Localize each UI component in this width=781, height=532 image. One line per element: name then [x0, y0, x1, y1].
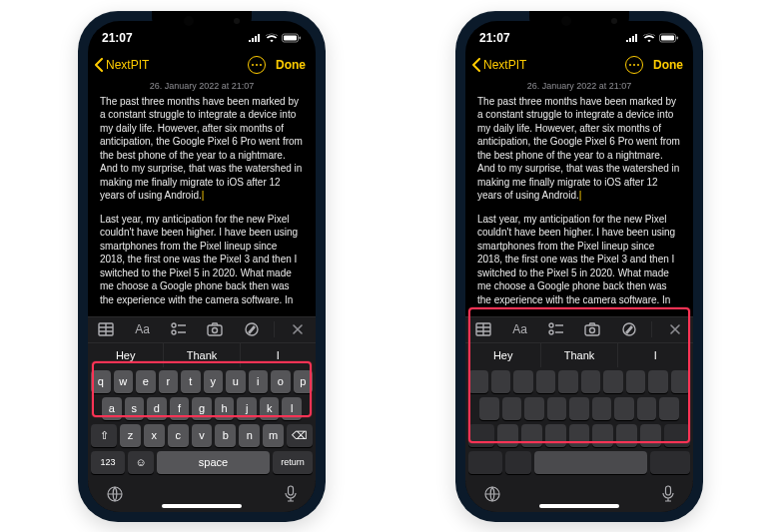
- blank-key: [524, 397, 544, 420]
- blank-key: [505, 451, 531, 474]
- markup-button[interactable]: [238, 318, 266, 340]
- camera-button[interactable]: [578, 318, 606, 340]
- suggestion-bar: Hey Thank I: [465, 343, 693, 367]
- markup-button[interactable]: [615, 318, 643, 340]
- paragraph-2: Last year, my anticipation for the new P…: [477, 213, 681, 307]
- globe-button[interactable]: [483, 485, 501, 507]
- key-b[interactable]: b: [215, 424, 236, 447]
- checklist-icon: [171, 322, 187, 336]
- key-j[interactable]: j: [237, 397, 257, 420]
- svg-point-18: [590, 328, 595, 333]
- camera-icon: [207, 322, 223, 336]
- back-button[interactable]: NextPIT: [94, 58, 149, 72]
- key-y[interactable]: y: [204, 370, 224, 393]
- table-button[interactable]: [469, 318, 497, 340]
- key-p[interactable]: p: [294, 370, 314, 393]
- status-time: 21:07: [102, 31, 133, 45]
- text-cursor: |: [202, 190, 205, 201]
- key-backspace[interactable]: ⌫: [287, 424, 313, 447]
- notes-toolbar: Aa: [465, 317, 693, 343]
- toolbar-divider: [274, 321, 275, 337]
- suggestion-2[interactable]: Thank: [164, 343, 240, 367]
- key-l[interactable]: l: [282, 397, 302, 420]
- notes-toolbar: Aa: [88, 317, 316, 343]
- key-h[interactable]: h: [215, 397, 235, 420]
- blank-key: [581, 370, 601, 393]
- key-n[interactable]: n: [239, 424, 260, 447]
- blank-key: [468, 370, 488, 393]
- key-e[interactable]: e: [136, 370, 156, 393]
- checklist-button[interactable]: [165, 318, 193, 340]
- keyboard-trackpad[interactable]: [465, 367, 693, 482]
- suggestion-1[interactable]: Hey: [88, 343, 164, 367]
- key-emoji[interactable]: ☺: [128, 451, 154, 474]
- note-date: 26. January 2022 at 21:07: [88, 79, 316, 95]
- more-button[interactable]: [625, 56, 643, 74]
- key-return[interactable]: return: [273, 451, 313, 474]
- dictation-button[interactable]: [661, 485, 675, 507]
- note-content[interactable]: The past three months have been marked b…: [88, 95, 316, 316]
- key-f[interactable]: f: [170, 397, 190, 420]
- key-w[interactable]: w: [114, 370, 134, 393]
- table-button[interactable]: [92, 318, 120, 340]
- blank-key: [479, 397, 499, 420]
- more-button[interactable]: [248, 56, 266, 74]
- key-m[interactable]: m: [263, 424, 284, 447]
- suggestion-3[interactable]: I: [618, 343, 693, 367]
- key-x[interactable]: x: [144, 424, 165, 447]
- svg-point-4: [172, 323, 176, 327]
- mic-icon: [661, 485, 675, 503]
- phone-mockup-right: 21:07 NextPIT Done 26. January 2022 at 2…: [455, 11, 703, 522]
- dictation-button[interactable]: [284, 485, 298, 507]
- format-button[interactable]: Aa: [129, 318, 157, 340]
- chevron-left-icon: [94, 58, 104, 72]
- key-i[interactable]: i: [249, 370, 269, 393]
- blank-key: [491, 370, 511, 393]
- svg-rect-2: [300, 36, 302, 39]
- checklist-button[interactable]: [542, 318, 570, 340]
- status-icons: [625, 33, 679, 43]
- format-button[interactable]: Aa: [506, 318, 534, 340]
- back-button[interactable]: NextPIT: [471, 58, 526, 72]
- key-numbers[interactable]: 123: [91, 451, 125, 474]
- checklist-icon: [548, 322, 564, 336]
- note-content[interactable]: The past three months have been marked b…: [465, 95, 693, 316]
- key-t[interactable]: t: [181, 370, 201, 393]
- key-k[interactable]: k: [260, 397, 280, 420]
- key-space[interactable]: space: [157, 451, 270, 474]
- key-v[interactable]: v: [192, 424, 213, 447]
- suggestion-1[interactable]: Hey: [465, 343, 541, 367]
- toolbar-close[interactable]: [661, 318, 689, 340]
- back-label: NextPIT: [483, 58, 526, 72]
- key-o[interactable]: o: [271, 370, 291, 393]
- key-d[interactable]: d: [147, 397, 167, 420]
- done-button[interactable]: Done: [653, 58, 683, 72]
- key-shift[interactable]: ⇧: [91, 424, 117, 447]
- suggestion-2[interactable]: Thank: [541, 343, 617, 367]
- blank-key: [671, 370, 691, 393]
- camera-button[interactable]: [201, 318, 229, 340]
- wifi-icon: [265, 33, 279, 43]
- table-icon: [98, 322, 114, 336]
- key-u[interactable]: u: [226, 370, 246, 393]
- close-icon: [669, 323, 681, 335]
- key-q[interactable]: q: [91, 370, 111, 393]
- aa-label: Aa: [135, 322, 150, 336]
- blank-key: [648, 370, 668, 393]
- suggestion-3[interactable]: I: [241, 343, 316, 367]
- key-s[interactable]: s: [125, 397, 145, 420]
- home-indicator[interactable]: [162, 504, 242, 508]
- globe-button[interactable]: [106, 485, 124, 507]
- key-z[interactable]: z: [120, 424, 141, 447]
- key-r[interactable]: r: [159, 370, 179, 393]
- mic-icon: [284, 485, 298, 503]
- toolbar-close[interactable]: [284, 318, 312, 340]
- globe-icon: [483, 485, 501, 503]
- home-indicator[interactable]: [539, 504, 619, 508]
- blank-key: [569, 397, 589, 420]
- key-g[interactable]: g: [192, 397, 212, 420]
- done-button[interactable]: Done: [276, 58, 306, 72]
- phone-mockup-left: 21:07 NextPIT Done 26. January 2022 at 2…: [78, 11, 326, 522]
- key-a[interactable]: a: [102, 397, 122, 420]
- key-c[interactable]: c: [168, 424, 189, 447]
